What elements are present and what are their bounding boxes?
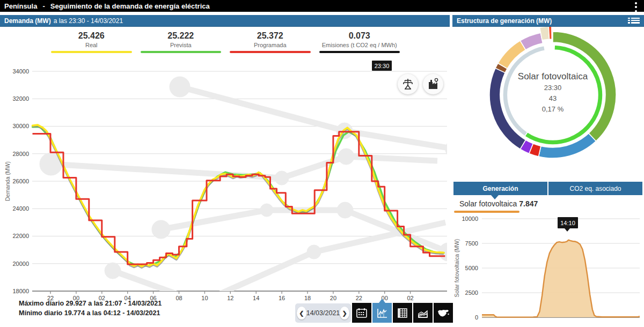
demand-hover-tooltip: 23:30	[372, 61, 392, 71]
active-view-caret	[379, 299, 385, 303]
legend-prevista-swatch	[141, 51, 222, 53]
svg-text:Demanda (MW): Demanda (MW)	[4, 161, 11, 201]
svg-text:08: 08	[175, 295, 182, 301]
svg-text:22: 22	[356, 295, 362, 301]
demand-chart[interactable]: 1800020000220002400026000280003000032000…	[4, 68, 465, 317]
legend-prevista-label: Prevista	[141, 42, 222, 48]
svg-text:7500: 7500	[465, 240, 478, 247]
active-tab-pointer	[491, 195, 499, 199]
svg-text:16: 16	[279, 295, 285, 301]
svg-text:26000: 26000	[12, 178, 29, 184]
svg-text:18000: 18000	[12, 288, 29, 294]
generation-panel-header: Estructura de generación (MW)	[452, 15, 644, 27]
page-title: Seguimiento de la demanda de energía elé…	[50, 2, 210, 10]
svg-text:34000: 34000	[12, 68, 29, 75]
selected-tech-value: 43	[499, 94, 606, 103]
demand-header-title: Demanda (MW)	[4, 17, 51, 25]
legend-real-value: 25.426	[51, 31, 132, 41]
app-root: 1800020000220002400026000280003000032000…	[0, 0, 644, 327]
selected-series-accent-bar	[454, 211, 519, 213]
legend-item-emisiones[interactable]: 0.073 Emisiones (t CO2 eq / MWh)	[319, 31, 400, 53]
svg-text:24000: 24000	[12, 205, 29, 212]
selected-tech-time: 23:30	[499, 83, 606, 92]
svg-text:0: 0	[475, 314, 478, 321]
spain-map-icon	[437, 307, 450, 319]
demand-legend: 25.426 Real 25.222 Prevista 25.372 Progr…	[51, 31, 400, 53]
line-chart-icon	[376, 307, 388, 319]
svg-text:12: 12	[227, 295, 233, 301]
legend-programada-value: 25.372	[230, 31, 311, 41]
svg-text:20000: 20000	[12, 261, 29, 267]
stacked-area-icon	[417, 307, 429, 319]
svg-text:2500: 2500	[465, 289, 478, 296]
selected-tech-percent: 0,17 %	[499, 105, 606, 114]
legend-item-prevista[interactable]: 25.222 Prevista	[141, 31, 222, 53]
legend-emisiones-value: 0.073	[319, 31, 400, 41]
solar-area	[482, 240, 640, 317]
legend-list-icon[interactable]	[628, 17, 640, 25]
svg-text:22000: 22000	[12, 233, 29, 239]
donut-center-label: Solar fotovoltaica 23:30 43 0,17 %	[499, 71, 606, 114]
generation-header-title: Estructura de generación (MW)	[457, 17, 552, 25]
svg-text:10: 10	[201, 295, 208, 301]
stacked-chart-view-button[interactable]	[413, 303, 433, 323]
daily-max: Máximo diario 29.927 a las 21:07 - 14/03…	[19, 299, 162, 308]
next-day-button[interactable]: ❯	[340, 307, 349, 319]
svg-text:28000: 28000	[12, 151, 29, 157]
kebab-menu-icon[interactable]	[632, 1, 640, 13]
solar-chart[interactable]: 025005000750010000Solar fotovoltaica (MW…	[453, 215, 640, 321]
svg-text:14: 14	[253, 295, 259, 301]
generation-tabs: Generación CO2 eq. asociado	[453, 182, 642, 195]
legend-real-label: Real	[51, 42, 132, 48]
svg-text:20: 20	[330, 295, 336, 301]
svg-text:30000: 30000	[12, 123, 29, 129]
prevista-line	[33, 127, 444, 266]
svg-text:32000: 32000	[12, 95, 29, 102]
calendar-icon	[356, 307, 368, 319]
table-view-button[interactable]	[393, 303, 412, 323]
daily-stats: Máximo diario 29.927 a las 21:07 - 14/03…	[19, 299, 162, 318]
pylon-icon	[401, 78, 414, 91]
current-date[interactable]: 14/03/2021	[306, 309, 340, 317]
map-view-button[interactable]	[434, 303, 453, 323]
line-chart-view-button[interactable]	[372, 303, 392, 323]
legend-emisiones-label: Emisiones (t CO2 eq / MWh)	[319, 42, 400, 48]
svg-text:Solar fotovoltaica (MW): Solar fotovoltaica (MW)	[453, 239, 460, 297]
generation-view-button[interactable]	[423, 74, 443, 94]
series-value: 7.847	[519, 199, 538, 208]
solar-tooltip-caret	[565, 228, 570, 232]
svg-text:5000: 5000	[465, 265, 478, 271]
legend-prevista-value: 25.222	[141, 31, 222, 41]
selected-tech-name: Solar fotovoltaica	[499, 71, 606, 81]
svg-text:10000: 10000	[462, 215, 478, 222]
svg-text:02: 02	[407, 295, 413, 301]
solar-hover-tooltip: 14:10	[558, 217, 578, 228]
legend-emisiones-swatch	[319, 51, 400, 53]
region-label: Península	[4, 2, 37, 10]
title-bar: Península - Seguimiento de la demanda de…	[0, 0, 644, 12]
legend-item-programada[interactable]: 25.372 Programada	[230, 31, 311, 53]
pylon-view-button[interactable]	[398, 74, 418, 94]
demand-panel-header: Demanda (MW) a las 23:30 - 14/03/2021	[0, 15, 450, 27]
demand-header-subtitle: a las 23:30 - 14/03/2021	[54, 17, 123, 25]
title-separator: -	[42, 2, 45, 10]
series-name: Solar fotovoltaica	[459, 199, 517, 208]
factory-icon	[427, 78, 440, 91]
svg-text:18: 18	[304, 295, 311, 301]
table-icon	[397, 307, 408, 319]
legend-item-real[interactable]: 25.426 Real	[51, 31, 132, 53]
tab-generacion[interactable]: Generación	[453, 182, 547, 195]
daily-min: Mínimo diario 19.774 a las 04:12 - 14/03…	[19, 308, 162, 318]
calendar-view-button[interactable]	[352, 303, 371, 323]
legend-programada-swatch	[230, 51, 311, 53]
legend-programada-label: Programada	[230, 42, 311, 48]
tab-co2[interactable]: CO2 eq. asociado	[547, 182, 642, 195]
ree-watermark	[40, 77, 465, 317]
legend-real-swatch	[51, 51, 132, 53]
selected-series-label[interactable]: Solar fotovoltaica 7.847	[459, 199, 538, 208]
date-navigator: ❮ 14/03/2021 ❯	[295, 303, 351, 323]
prev-day-button[interactable]: ❮	[297, 307, 306, 319]
